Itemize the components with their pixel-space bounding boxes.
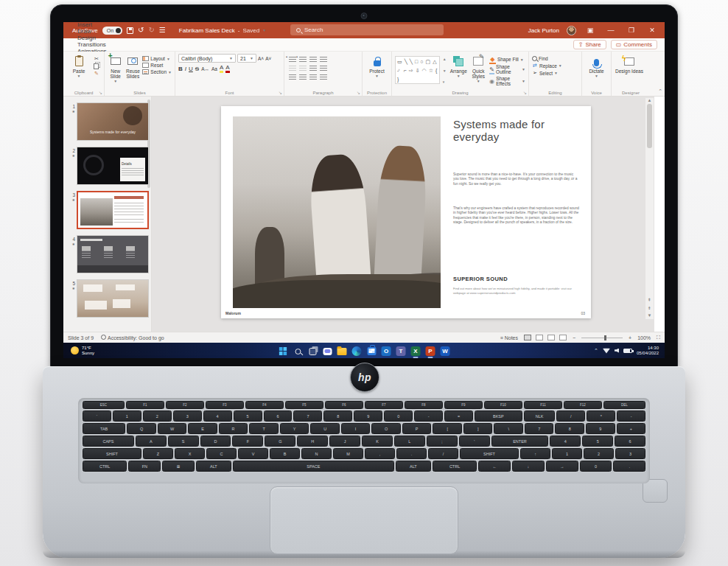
key-alt[interactable]: ALT (396, 461, 431, 472)
clipboard-dialog-launcher[interactable]: ↘ (99, 90, 102, 95)
taskbar-icon-chat[interactable] (322, 346, 333, 357)
arrange-button[interactable]: Arrange▼ (449, 54, 468, 87)
key--[interactable]: ' (459, 436, 490, 447)
key-k[interactable]: K (362, 436, 393, 447)
align-center-icon[interactable] (299, 74, 307, 80)
key-s[interactable]: S (168, 436, 199, 447)
key-3[interactable]: 3 (173, 410, 202, 422)
key-7[interactable]: 7 (525, 423, 554, 434)
key-h[interactable]: H (297, 436, 328, 447)
slide-subheading[interactable]: SUPERIOR SOUND (453, 276, 508, 282)
previous-slide-icon[interactable]: ⇞ (648, 297, 652, 302)
key--[interactable]: ; (427, 436, 458, 447)
clock[interactable]: 14:3005/04/2022 (637, 346, 659, 356)
key-p[interactable]: P (402, 423, 432, 434)
close-button[interactable]: ✕ (645, 27, 659, 34)
key-fn[interactable]: FN (128, 461, 161, 472)
tab-design[interactable]: Design (71, 35, 113, 41)
slide-paragraph-1[interactable]: Superior sound is more than a nice-to-ha… (453, 172, 580, 186)
key-f3[interactable]: F3 (206, 401, 244, 409)
slide-canvas[interactable]: Systems made for everyday Superior sound… (221, 106, 591, 318)
key--[interactable]: / (556, 410, 585, 422)
save-icon[interactable] (127, 27, 133, 34)
zoom-slider-thumb[interactable] (604, 335, 606, 340)
slideshow-view-button[interactable] (559, 335, 567, 340)
restore-button[interactable]: ❐ (625, 27, 638, 34)
scrollbar-thumb[interactable] (647, 104, 652, 148)
minimize-button[interactable]: — (604, 27, 617, 34)
next-slide-icon[interactable]: ⇟ (648, 305, 652, 310)
italic-button[interactable]: I (185, 66, 186, 72)
tab-insert[interactable]: Insert (71, 22, 113, 28)
key-q[interactable]: Q (127, 423, 156, 434)
key-esc[interactable]: ESC (83, 401, 125, 409)
shrink-font-button[interactable]: A˅ (265, 54, 271, 63)
key--[interactable]: ⊞ (162, 461, 195, 472)
key-6[interactable]: 6 (264, 410, 293, 422)
text-direction-icon[interactable] (320, 66, 327, 71)
grow-font-button[interactable]: A˄ (258, 54, 264, 63)
key-8[interactable]: 8 (555, 423, 584, 434)
shape-glyph-icon[interactable]: ⇨ (409, 66, 413, 74)
slide-sorter-view-button[interactable] (536, 335, 543, 340)
zoom-level[interactable]: 100% (637, 335, 651, 340)
key-1[interactable]: 1 (552, 448, 582, 459)
accessibility-status[interactable]: Accessibility: Good to go (101, 335, 164, 340)
key-0[interactable]: 0 (384, 410, 413, 422)
wifi-icon[interactable] (603, 348, 610, 354)
section-button[interactable]: Section▼ (142, 69, 172, 74)
zoom-out-icon[interactable]: − (573, 335, 575, 340)
key-2[interactable]: 2 (584, 448, 614, 459)
tab-transitions[interactable]: Transitions (71, 41, 113, 48)
key-x[interactable]: X (175, 448, 205, 459)
key-3[interactable]: 3 (615, 448, 645, 459)
key-m[interactable]: M (333, 448, 363, 459)
key--[interactable]: = (444, 410, 473, 422)
list-level-icon[interactable] (309, 57, 317, 63)
strikethrough-button[interactable]: S (195, 66, 199, 72)
key-bksp[interactable]: BKSP (475, 410, 522, 422)
shape-glyph-icon[interactable]: △ (433, 57, 436, 66)
taskbar-icon-file-explorer[interactable] (337, 346, 348, 357)
key-b[interactable]: B (270, 448, 300, 459)
bold-button[interactable]: B (178, 66, 183, 72)
quick-access-overflow-icon[interactable]: ☰ (159, 27, 166, 34)
quick-styles-button[interactable]: Quick Styles▼ (470, 54, 487, 87)
key-7[interactable]: 7 (293, 410, 322, 422)
slide-thumbnail-1[interactable]: Systems made for everyday (77, 102, 149, 141)
key-caps[interactable]: CAPS (83, 436, 134, 447)
key-i[interactable]: I (341, 423, 371, 434)
design-ideas-button[interactable]: Design Ideas (615, 54, 644, 87)
paragraph-dialog-launcher[interactable]: ↘ (357, 90, 360, 95)
key-ctrl[interactable]: CTRL (83, 461, 127, 472)
key-del[interactable]: DEL (603, 401, 645, 409)
key--[interactable]: + (617, 423, 646, 434)
key-9[interactable]: 9 (586, 423, 615, 434)
key-ctrl[interactable]: CTRL (433, 461, 477, 472)
key-r[interactable]: R (219, 423, 248, 434)
slide-thumbnail-5[interactable] (77, 279, 149, 318)
key-g[interactable]: G (265, 436, 295, 447)
shape-effects-button[interactable]: ◉Shape Effects▼ (489, 76, 525, 86)
shape-fill-button[interactable]: ◆Shape Fill▼ (489, 56, 525, 63)
key-o[interactable]: O (371, 423, 401, 434)
battery-icon[interactable] (623, 349, 632, 353)
taskbar-icon-store[interactable] (366, 346, 377, 357)
numbering-icon[interactable] (299, 57, 307, 63)
shape-glyph-icon[interactable]: ☆ (429, 66, 433, 74)
key-4[interactable]: 4 (550, 436, 581, 447)
key--[interactable]: - (617, 410, 645, 422)
key-4[interactable]: 4 (203, 410, 232, 422)
reading-view-button[interactable] (547, 335, 555, 340)
shape-glyph-icon[interactable]: □ (415, 57, 418, 66)
key-f4[interactable]: F4 (245, 401, 284, 409)
paste-button[interactable]: Paste▼ (66, 54, 91, 87)
format-painter-icon[interactable]: ✎ (94, 71, 99, 77)
key-a[interactable]: A (136, 436, 167, 447)
bullets-icon[interactable] (289, 57, 296, 63)
user-name[interactable]: Jack Purton (528, 27, 559, 34)
key-f[interactable]: F (232, 436, 263, 447)
taskbar-icon-powerpoint[interactable]: P (425, 346, 436, 357)
search-input[interactable]: Search (290, 24, 444, 35)
undo-icon[interactable]: ↺ (138, 27, 144, 34)
